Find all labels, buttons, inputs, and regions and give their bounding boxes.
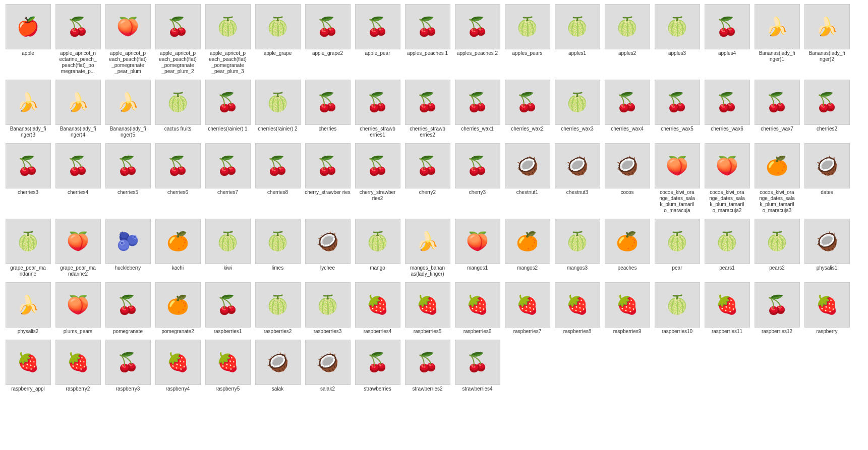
list-item[interactable]: 🍊pomegranate2 (154, 282, 202, 335)
list-item[interactable]: 🍓raspberries4 (354, 282, 401, 335)
list-item[interactable]: 🍒cherries_strawb erries2 (403, 80, 451, 138)
list-item[interactable]: 🍒apple_apricot_p each_peach(flat) _pomeg… (154, 4, 202, 75)
list-item[interactable]: 🍒cherries_strawb erries1 (354, 80, 401, 138)
thumbnail: 🍌 (405, 219, 450, 264)
list-item[interactable]: 🍓raspberries11 (703, 282, 751, 335)
list-item[interactable]: 🍒cherries5 (104, 143, 152, 214)
list-item[interactable]: 🫐huckleberry (104, 219, 152, 277)
list-item[interactable]: 🍓raspberries6 (453, 282, 501, 335)
list-item[interactable]: 🍒raspberries12 (753, 282, 801, 335)
list-item[interactable]: 🍈apples3 (653, 4, 701, 75)
list-item[interactable]: 🍒cherries_wax7 (753, 80, 801, 138)
list-item[interactable]: 🍈cherries_wax3 (553, 80, 601, 138)
list-item[interactable]: 🍈grape_pear_ma ndarine (4, 219, 52, 277)
list-item[interactable]: 🍈apples_pears (503, 4, 551, 75)
list-item[interactable]: 🍒cherry_strawber ries2 (354, 143, 401, 214)
list-item[interactable]: 🍒cherries_wax2 (503, 80, 551, 138)
list-item[interactable]: 🍓raspberries5 (403, 282, 451, 335)
item-label: cherries_wax7 (761, 126, 793, 132)
list-item[interactable]: 🍑plums_pears (54, 282, 102, 335)
thumbnail: 🍒 (605, 80, 650, 125)
list-item[interactable]: 🍈kiwi (204, 219, 252, 277)
list-item[interactable]: 🍌Bananas(lady_fi nger)1 (753, 4, 801, 75)
list-item[interactable]: 🍒cherries_wax5 (653, 80, 701, 138)
list-item[interactable]: 🍒cherries_wax1 (453, 80, 501, 138)
list-item[interactable]: 🍒strawberries2 (403, 340, 451, 392)
list-item[interactable]: 🍑cocos_kiwi_ora nge_dates_sala k_plum_ta… (703, 143, 751, 214)
list-item[interactable]: 🍒raspberry3 (104, 340, 152, 392)
list-item[interactable]: 🍒cherries3 (4, 143, 52, 214)
list-item[interactable]: 🍌Bananas(lady_fi nger)2 (803, 4, 851, 75)
list-item[interactable]: 🥥chestnut1 (503, 143, 551, 214)
list-item[interactable]: 🍒apple_grape2 (304, 4, 352, 75)
thumbnail: 🥥 (305, 340, 351, 385)
list-item[interactable]: 🍒apple_apricot_n ectarine_peach_ peach(f… (54, 4, 102, 75)
list-item[interactable]: 🍒strawberries4 (453, 340, 501, 392)
list-item[interactable]: 🍒cherries4 (54, 143, 102, 214)
list-item[interactable]: 🍌physalis2 (4, 282, 52, 335)
list-item[interactable]: 🍎apple (4, 4, 52, 75)
list-item[interactable]: 🍓raspberry4 (154, 340, 202, 392)
list-item[interactable]: 🍈mangos3 (553, 219, 601, 277)
list-item[interactable]: 🍑cocos_kiwi_ora nge_dates_sala k_plum_ta… (653, 143, 701, 214)
list-item[interactable]: 🍈pear (653, 219, 701, 277)
list-item[interactable]: 🍒cherries_wax6 (703, 80, 751, 138)
list-item[interactable]: 🍊peaches (603, 219, 651, 277)
list-item[interactable]: 🍒strawberries (354, 340, 401, 392)
list-item[interactable]: 🍌Bananas(lady_fi nger)5 (104, 80, 152, 138)
list-item[interactable]: 🍒apple_pear (354, 4, 401, 75)
list-item[interactable]: 🍌Bananas(lady_fi nger)4 (54, 80, 102, 138)
list-item[interactable]: 🍊mangos2 (503, 219, 551, 277)
list-item[interactable]: 🍈raspberries3 (304, 282, 352, 335)
list-item[interactable]: 🍒cherries (304, 80, 352, 138)
list-item[interactable]: 🍈apple_apricot_p each_peach(flat) _pomeg… (204, 4, 252, 75)
list-item[interactable]: 🍈mango (354, 219, 401, 277)
list-item[interactable]: 🍊cocos_kiwi_ora nge_dates_sala k_plum_ta… (753, 143, 801, 214)
list-item[interactable]: 🍑apple_apricot_p each_peach(flat) _pomeg… (104, 4, 152, 75)
list-item[interactable]: 🍒apples_peaches 2 (453, 4, 501, 75)
list-item[interactable]: 🍓raspberry (803, 282, 851, 335)
list-item[interactable]: 🍈apples1 (553, 4, 601, 75)
list-item[interactable]: 🥥dates (803, 143, 851, 214)
list-item[interactable]: 🍈cherries(rainier) 2 (254, 80, 302, 138)
list-item[interactable]: 🍈pears1 (703, 219, 751, 277)
list-item[interactable]: 🍒apples4 (703, 4, 751, 75)
list-item[interactable]: 🍌Bananas(lady_fi nger)3 (4, 80, 52, 138)
list-item[interactable]: 🍒raspberries1 (204, 282, 252, 335)
list-item[interactable]: 🍌mangos_banan as(lady_finger) (403, 219, 451, 277)
list-item[interactable]: 🍈raspberries10 (653, 282, 701, 335)
list-item[interactable]: 🍈apples2 (603, 4, 651, 75)
list-item[interactable]: 🍓raspberry5 (204, 340, 252, 392)
item-label: peaches (618, 265, 637, 271)
list-item[interactable]: 🍓raspberries8 (553, 282, 601, 335)
list-item[interactable]: 🍈cactus fruits (154, 80, 202, 138)
list-item[interactable]: 🍒cherries6 (154, 143, 202, 214)
list-item[interactable]: 🍒apples_peaches 1 (403, 4, 451, 75)
list-item[interactable]: 🥥cocos (603, 143, 651, 214)
list-item[interactable]: 🍊kachi (154, 219, 202, 277)
list-item[interactable]: 🥥physalis1 (803, 219, 851, 277)
list-item[interactable]: 🍒cherries7 (204, 143, 252, 214)
list-item[interactable]: 🍓raspberry2 (54, 340, 102, 392)
list-item[interactable]: 🥥salak (254, 340, 302, 392)
list-item[interactable]: 🍒cherries2 (803, 80, 851, 138)
list-item[interactable]: 🍓raspberries7 (503, 282, 551, 335)
list-item[interactable]: 🍈pears2 (753, 219, 801, 277)
list-item[interactable]: 🥥chestnut3 (553, 143, 601, 214)
list-item[interactable]: 🍓raspberries9 (603, 282, 651, 335)
list-item[interactable]: 🍒cherry2 (403, 143, 451, 214)
list-item[interactable]: 🍒cherries8 (254, 143, 302, 214)
list-item[interactable]: 🍒cherry_strawber ries (304, 143, 352, 214)
list-item[interactable]: 🍑mangos1 (453, 219, 501, 277)
list-item[interactable]: 🍈raspberries2 (254, 282, 302, 335)
list-item[interactable]: 🥥salak2 (304, 340, 352, 392)
list-item[interactable]: 🍒pomegranate (104, 282, 152, 335)
list-item[interactable]: 🍒cherry3 (453, 143, 501, 214)
list-item[interactable]: 🍓raspberry_appl (4, 340, 52, 392)
list-item[interactable]: 🍒cherries(rainier) 1 (204, 80, 252, 138)
list-item[interactable]: 🍈apple_grape (254, 4, 302, 75)
list-item[interactable]: 🥥lychee (304, 219, 352, 277)
list-item[interactable]: 🍈limes (254, 219, 302, 277)
list-item[interactable]: 🍑grape_pear_ma ndarine2 (54, 219, 102, 277)
list-item[interactable]: 🍒cherries_wax4 (603, 80, 651, 138)
